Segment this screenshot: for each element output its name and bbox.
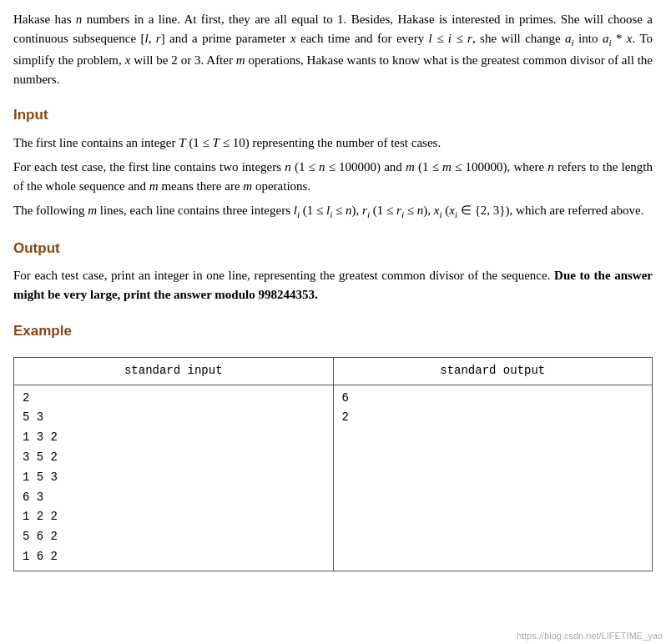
watermark: https://blog.csdn.net/LIFETIME_yao	[517, 631, 663, 641]
input-line-4: 3 5 2	[23, 448, 325, 468]
input-line-7: 1 2 2	[23, 507, 325, 527]
intro-paragraph: Hakase has n numbers in a line. At first…	[13, 10, 653, 89]
input-line-8: 5 6 2	[23, 527, 325, 547]
col-output-header: standard output	[333, 358, 652, 385]
input-p2: For each test case, the first line conta…	[13, 158, 653, 197]
output-line-1: 6	[342, 389, 644, 409]
example-table-wrapper: standard input standard output 2 5 3 1 3…	[13, 357, 653, 571]
input-line-2: 5 3	[23, 408, 325, 428]
output-p1: For each test case, print an integer in …	[13, 266, 653, 305]
input-line-1: 2	[23, 389, 325, 409]
input-title: Input	[13, 104, 653, 126]
input-line-5: 1 5 3	[23, 468, 325, 488]
output-data-cell: 6 2	[333, 385, 652, 571]
example-table: standard input standard output 2 5 3 1 3…	[14, 358, 652, 571]
input-data-cell: 2 5 3 1 3 2 3 5 2 1 5 3 6 3 1 2 2 5 6 2 …	[14, 385, 333, 571]
table-header-row: standard input standard output	[14, 358, 652, 385]
input-body: The first line contains an integer T (1 …	[13, 133, 653, 223]
example-section: Example standard input standard output 2…	[13, 320, 653, 571]
input-line-9: 1 6 2	[23, 547, 325, 567]
output-title: Output	[13, 238, 653, 259]
problem-statement: Hakase has n numbers in a line. At first…	[13, 10, 653, 571]
example-title: Example	[13, 320, 653, 342]
input-line-6: 6 3	[23, 488, 325, 508]
table-data-row: 2 5 3 1 3 2 3 5 2 1 5 3 6 3 1 2 2 5 6 2 …	[14, 385, 652, 571]
input-line-3: 1 3 2	[23, 428, 325, 448]
output-section: Output For each test case, print an inte…	[13, 238, 653, 305]
input-p1: The first line contains an integer T (1 …	[13, 133, 653, 153]
input-p3: The following m lines, each line contain…	[13, 201, 653, 222]
input-section: Input The first line contains an integer…	[13, 104, 653, 223]
output-line-2: 2	[342, 408, 644, 428]
col-input-header: standard input	[14, 358, 333, 385]
output-body: For each test case, print an integer in …	[13, 266, 653, 305]
